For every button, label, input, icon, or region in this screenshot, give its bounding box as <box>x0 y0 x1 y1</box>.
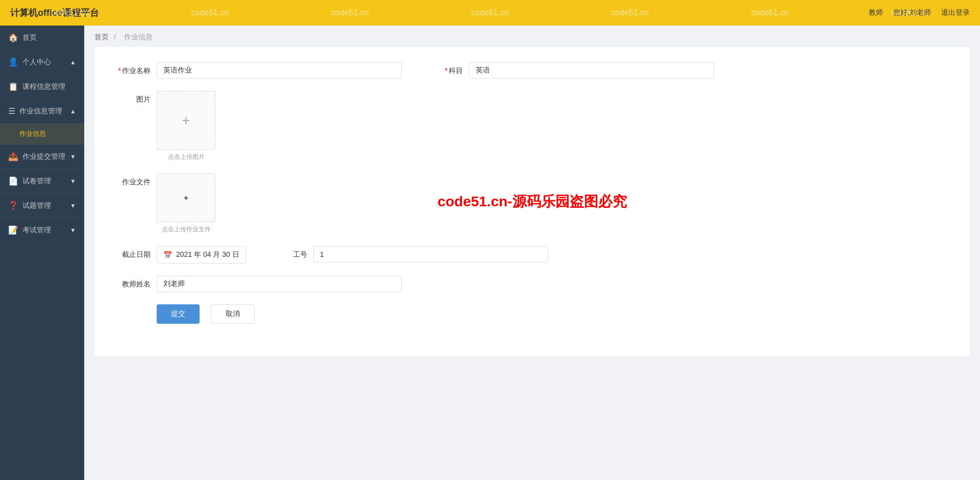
sidebar-item-course-label: 课程信息管理 <box>22 82 65 91</box>
image-upload-hint: 点击上传图片 <box>168 153 205 161</box>
homework-name-label: 作业名称 <box>110 62 151 76</box>
file-upload-hint: 点击上传作业文件 <box>162 225 211 234</box>
deadline-value: 2021 年 04 月 30 日 <box>176 250 239 259</box>
form-col-jobnumber: 工号 <box>266 246 548 262</box>
form-row-file: 作业文件 + 点击上传作业文件 <box>110 174 954 234</box>
hello-label: 您好,刘老师 <box>893 8 931 17</box>
home-icon: 🏠 <box>8 33 18 42</box>
exam-paper-icon: 📄 <box>8 176 18 186</box>
exam-icon: 📝 <box>8 225 18 235</box>
form-container: code51.cn-源码乐园盗图必究 作业名称 科目 图片 + <box>94 47 970 356</box>
cancel-button[interactable]: 取消 <box>211 304 255 324</box>
job-number-input[interactable] <box>313 246 548 262</box>
breadcrumb: 首页 / 作业信息 <box>84 26 980 47</box>
image-label: 图片 <box>110 91 151 104</box>
sidebar-item-submit-label: 作业提交管理 <box>22 152 65 161</box>
logout-link[interactable]: 退出登录 <box>941 8 970 17</box>
sidebar-item-homework-info[interactable]: 作业信息 <box>0 124 84 145</box>
question-arrow: ▼ <box>70 202 76 209</box>
submit-icon: 📤 <box>8 152 18 161</box>
sidebar-item-question[interactable]: ❓ 试题管理 ▼ <box>0 194 84 218</box>
submit-arrow: ▼ <box>70 153 76 160</box>
sidebar-item-personal[interactable]: 👤 个人中心 ▲ <box>0 50 84 75</box>
sidebar: 🏠 首页 👤 个人中心 ▲ 📋 课程信息管理 ☰ 作业信息管理 ▲ 作业信息 📤… <box>0 26 84 480</box>
breadcrumb-separator: / <box>114 33 116 41</box>
personal-arrow: ▲ <box>70 59 76 66</box>
form-col-subject: 科目 <box>422 62 714 79</box>
sidebar-item-homework-info-label: 作业信息 <box>19 130 46 137</box>
sidebar-item-exam-label: 考试管理 <box>22 226 51 235</box>
content-area: 首页 / 作业信息 code51.cn-源码乐园盗图必究 作业名称 科目 <box>84 26 980 480</box>
homework-management-arrow: ▲ <box>70 108 76 115</box>
deadline-label: 截止日期 <box>110 246 151 259</box>
header-watermark: code51.cn code51.cn code51.cn code51.cn … <box>0 0 980 26</box>
subject-label: 科目 <box>422 62 463 76</box>
sidebar-item-homework-management-label: 作业信息管理 <box>19 107 62 116</box>
sidebar-item-homework-management[interactable]: ☰ 作业信息管理 ▲ <box>0 99 84 124</box>
header: 计算机office课程平台 code51.cn code51.cn code51… <box>0 0 980 26</box>
breadcrumb-current: 作业信息 <box>124 33 153 41</box>
file-upload-plus-icon: + <box>184 194 188 203</box>
teacher-label: 教师 <box>869 8 883 17</box>
homework-name-input[interactable] <box>157 62 402 79</box>
homework-management-icon: ☰ <box>8 106 15 116</box>
form-col-name: 作业名称 <box>110 62 402 79</box>
form-row-name-subject: 作业名称 科目 <box>110 62 954 79</box>
sidebar-item-question-label: 试题管理 <box>22 201 51 210</box>
form-row-image: 图片 + 点击上传图片 <box>110 91 954 161</box>
sidebar-item-submit[interactable]: 📤 作业提交管理 ▼ <box>0 145 84 169</box>
sidebar-item-course[interactable]: 📋 课程信息管理 <box>0 75 84 99</box>
form-row-teacher: 教师姓名 <box>110 276 954 292</box>
exam-paper-arrow: ▼ <box>70 178 76 185</box>
teacher-name-label: 教师姓名 <box>110 276 151 289</box>
form-col-deadline: 截止日期 📅 2021 年 04 月 30 日 <box>110 246 246 263</box>
form-row-buttons: 提交 取消 <box>110 304 954 324</box>
sidebar-item-exam[interactable]: 📝 考试管理 ▼ <box>0 218 84 243</box>
personal-icon: 👤 <box>8 57 18 67</box>
teacher-name-input[interactable] <box>157 276 402 292</box>
exam-arrow: ▼ <box>70 227 76 234</box>
image-upload-plus-icon: + <box>182 113 190 128</box>
job-number-label: 工号 <box>266 246 307 259</box>
sidebar-item-personal-label: 个人中心 <box>22 58 51 67</box>
sidebar-item-home-label: 首页 <box>22 33 37 42</box>
sidebar-item-home[interactable]: 🏠 首页 <box>0 26 84 50</box>
deadline-input[interactable]: 📅 2021 年 04 月 30 日 <box>157 246 246 263</box>
file-label: 作业文件 <box>110 174 151 187</box>
main-layout: 🏠 首页 👤 个人中心 ▲ 📋 课程信息管理 ☰ 作业信息管理 ▲ 作业信息 📤… <box>0 26 980 480</box>
subject-input[interactable] <box>469 62 714 79</box>
calendar-icon: 📅 <box>163 251 172 259</box>
file-upload-box[interactable]: + <box>157 174 215 222</box>
image-upload-box[interactable]: + <box>157 91 215 150</box>
question-icon: ❓ <box>8 201 18 210</box>
breadcrumb-home[interactable]: 首页 <box>94 33 109 41</box>
submit-button[interactable]: 提交 <box>157 304 200 324</box>
logo: 计算机office课程平台 <box>10 7 99 19</box>
sidebar-item-exam-paper[interactable]: 📄 试卷管理 ▼ <box>0 169 84 194</box>
form-row-deadline-jobnumber: 截止日期 📅 2021 年 04 月 30 日 工号 <box>110 246 954 263</box>
sidebar-item-exam-paper-label: 试卷管理 <box>22 177 51 186</box>
header-nav: 教师 您好,刘老师 退出登录 <box>869 8 970 17</box>
course-icon: 📋 <box>8 82 18 91</box>
